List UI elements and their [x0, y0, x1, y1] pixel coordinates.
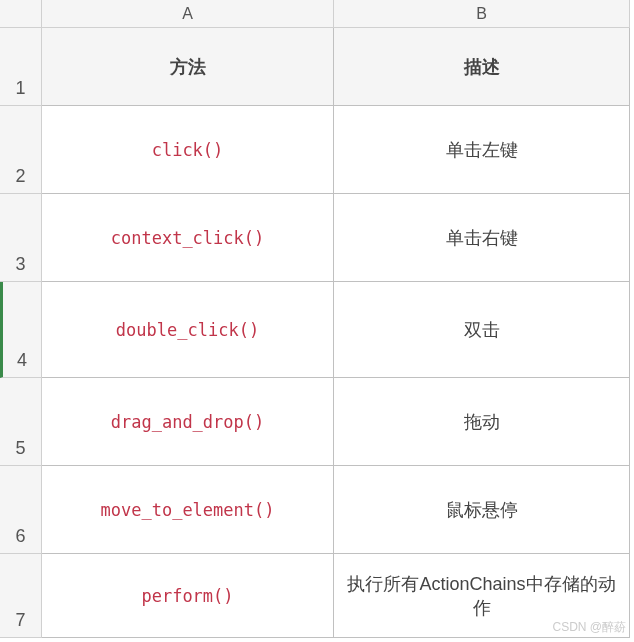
row-header-3[interactable]: 3	[0, 194, 42, 282]
cell-a3[interactable]: context_click()	[42, 194, 334, 282]
cell-b3[interactable]: 单击右键	[334, 194, 630, 282]
watermark: CSDN @醉蒶	[552, 619, 626, 636]
col-header-a[interactable]: A	[42, 0, 334, 28]
cell-a6[interactable]: move_to_element()	[42, 466, 334, 554]
row-header-1[interactable]: 1	[0, 28, 42, 106]
row-header-2[interactable]: 2	[0, 106, 42, 194]
row-header-7[interactable]: 7	[0, 554, 42, 638]
row-header-5[interactable]: 5	[0, 378, 42, 466]
cell-b4[interactable]: 双击	[334, 282, 630, 378]
cell-a4[interactable]: double_click()	[42, 282, 334, 378]
spreadsheet-grid: A B 1 方法 描述 2 click() 单击左键 3 context_cli…	[0, 0, 634, 638]
table-header-description[interactable]: 描述	[334, 28, 630, 106]
corner-cell	[0, 0, 42, 28]
table-header-method[interactable]: 方法	[42, 28, 334, 106]
cell-a2[interactable]: click()	[42, 106, 334, 194]
row-header-6[interactable]: 6	[0, 466, 42, 554]
cell-a7[interactable]: perform()	[42, 554, 334, 638]
cell-b5[interactable]: 拖动	[334, 378, 630, 466]
row-header-4[interactable]: 4	[0, 282, 42, 378]
cell-b2[interactable]: 单击左键	[334, 106, 630, 194]
col-header-b[interactable]: B	[334, 0, 630, 28]
cell-b6[interactable]: 鼠标悬停	[334, 466, 630, 554]
cell-a5[interactable]: drag_and_drop()	[42, 378, 334, 466]
